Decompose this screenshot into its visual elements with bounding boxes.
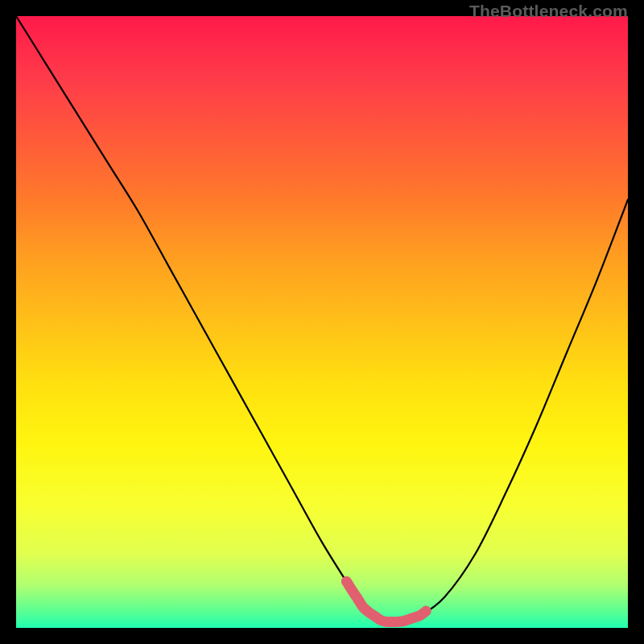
bottleneck-curve-line [16, 16, 628, 623]
optimal-zone-highlight [346, 581, 426, 621]
optimal-zone-end-dot [421, 606, 431, 616]
bottleneck-chart [16, 16, 628, 628]
